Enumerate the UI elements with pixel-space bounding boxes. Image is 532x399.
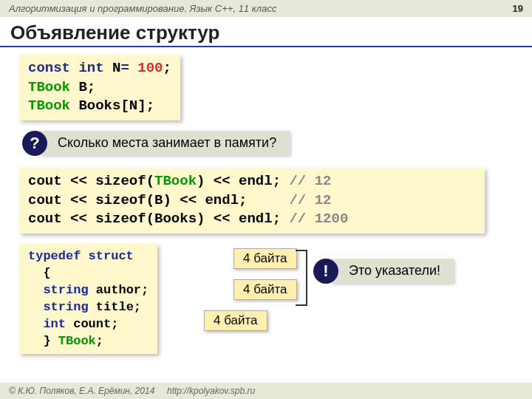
size-callout-1: 4 байта <box>233 248 297 269</box>
size-callout-2: 4 байта <box>233 279 297 300</box>
question-icon: ? <box>22 131 47 156</box>
page-number: 19 <box>513 3 523 14</box>
code-sizeof: cout << sizeof(TBook) << endl; // 12 cou… <box>19 168 485 233</box>
code-declarations: const int N= 100; TBook B; TBook Books[N… <box>19 55 180 120</box>
code-typedef: typedef struct { string author; string t… <box>19 244 157 355</box>
footer: © К.Ю. Поляков, Е.А. Ерёмин, 2014 http:/… <box>0 383 532 399</box>
page-title: Объявление структур <box>0 17 532 47</box>
struct-row: typedef struct { string author; string t… <box>19 244 513 365</box>
course-label: Алгоритмизация и программирование. Язык … <box>9 3 276 14</box>
bracket-icon <box>296 250 307 306</box>
question-text: Сколько места занимает в памяти? <box>40 131 290 155</box>
question-callout: ? Сколько места занимает в памяти? <box>22 131 513 156</box>
size-callout-3: 4 байта <box>204 310 267 331</box>
content: const int N= 100; TBook B; TBook Books[N… <box>0 55 532 364</box>
pointer-text: Это указатели! <box>331 259 454 283</box>
footer-url: http://kpolyakov.spb.ru <box>167 386 255 396</box>
copyright: © К.Ю. Поляков, Е.А. Ерёмин, 2014 <box>9 386 154 396</box>
pointer-callout: ! Это указатели! <box>313 259 454 284</box>
header-bar: Алгоритмизация и программирование. Язык … <box>0 0 532 17</box>
exclamation-icon: ! <box>313 259 338 284</box>
